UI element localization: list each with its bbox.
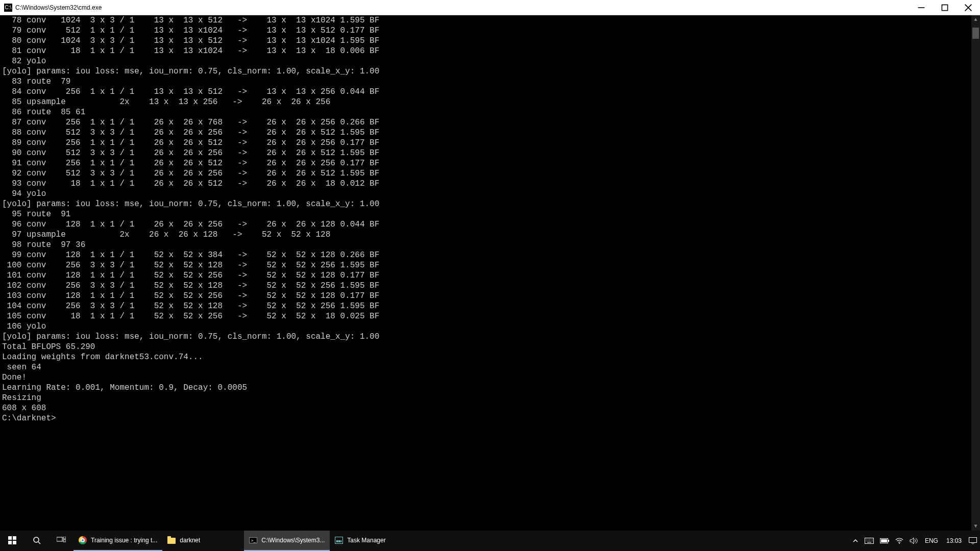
terminal-line: 87 conv 256 1 x 1 / 1 26 x 26 x 768 -> 2… — [2, 117, 978, 128]
close-button[interactable] — [957, 0, 980, 15]
terminal-line: 83 route 79 — [2, 77, 978, 87]
action-center-button[interactable] — [966, 531, 980, 551]
svg-rect-0 — [942, 5, 947, 10]
task-view-icon — [57, 537, 66, 544]
terminal-line: 105 conv 18 1 x 1 / 1 52 x 52 x 256 -> 5… — [2, 311, 978, 321]
folder-icon — [167, 538, 176, 544]
svg-rect-1 — [8, 536, 12, 540]
terminal-output[interactable]: 78 conv 1024 3 x 3 / 1 13 x 13 x 512 -> … — [0, 15, 980, 531]
svg-rect-3 — [8, 541, 12, 544]
terminal-line: 100 conv 256 3 x 3 / 1 52 x 52 x 128 -> … — [2, 260, 978, 270]
terminal-line: [yolo] params: iou loss: mse, iou_norm: … — [2, 199, 978, 209]
task-manager-icon — [335, 537, 343, 544]
taskbar-task-label: darknet — [180, 537, 200, 544]
svg-rect-12 — [881, 539, 887, 542]
terminal-line: 91 conv 256 1 x 1 / 1 26 x 26 x 512 -> 2… — [2, 158, 978, 168]
terminal-line: 84 conv 256 1 x 1 / 1 13 x 13 x 512 -> 1… — [2, 87, 978, 97]
search-button[interactable] — [24, 531, 49, 551]
tray-show-hidden-icons[interactable] — [849, 531, 862, 551]
window-controls — [910, 0, 980, 15]
terminal-line: [yolo] params: iou loss: mse, iou_norm: … — [2, 332, 978, 342]
tray-keyboard-icon[interactable] — [862, 531, 877, 551]
terminal-line: 95 route 91 — [2, 209, 978, 219]
cmd-icon: >_ — [249, 537, 257, 543]
terminal-line: 88 conv 512 3 x 3 / 1 26 x 26 x 256 -> 2… — [2, 128, 978, 138]
notification-icon — [969, 537, 977, 544]
start-button[interactable] — [0, 531, 24, 551]
terminal-line: Learning Rate: 0.001, Momentum: 0.9, Dec… — [2, 383, 978, 393]
taskbar-task-explorer[interactable]: darknet — [162, 531, 244, 551]
terminal-line: 93 conv 18 1 x 1 / 1 26 x 26 x 512 -> 26… — [2, 179, 978, 189]
taskbar-task-taskmgr[interactable]: Task Manager — [330, 531, 411, 551]
terminal-line: Total BFLOPS 65.290 — [2, 342, 978, 352]
terminal-line: [yolo] params: iou loss: mse, iou_norm: … — [2, 66, 978, 77]
svg-rect-11 — [888, 540, 889, 542]
terminal-line: 82 yolo — [2, 56, 978, 66]
battery-icon — [880, 538, 889, 543]
tray-battery-icon[interactable] — [877, 531, 892, 551]
terminal-line: 86 route 85 61 — [2, 107, 978, 117]
close-icon — [964, 4, 972, 12]
cmd-window-icon: C:\ — [4, 4, 12, 12]
taskbar-task-label: Task Manager — [347, 537, 385, 544]
maximize-icon — [941, 4, 949, 12]
terminal-line: 80 conv 1024 3 x 3 / 1 13 x 13 x 512 -> … — [2, 36, 978, 46]
terminal-line: 81 conv 18 1 x 1 / 1 13 x 13 x1024 -> 13… — [2, 46, 978, 56]
terminal-line: 104 conv 256 3 x 3 / 1 52 x 52 x 128 -> … — [2, 301, 978, 311]
maximize-button[interactable] — [933, 0, 957, 15]
terminal-line: 98 route 97 36 — [2, 240, 978, 250]
terminal-line: 102 conv 256 3 x 3 / 1 52 x 52 x 128 -> … — [2, 281, 978, 291]
terminal-line: 106 yolo — [2, 321, 978, 332]
language-indicator[interactable]: ENG — [921, 531, 942, 551]
terminal-line: 103 conv 128 1 x 1 / 1 52 x 52 x 256 -> … — [2, 291, 978, 301]
terminal-line: 79 conv 512 1 x 1 / 1 13 x 13 x1024 -> 1… — [2, 26, 978, 36]
svg-rect-8 — [63, 540, 66, 542]
terminal-line: 101 conv 128 1 x 1 / 1 52 x 52 x 256 -> … — [2, 270, 978, 281]
terminal-line: 94 yolo — [2, 189, 978, 199]
svg-point-5 — [34, 537, 39, 542]
terminal-line: Done! — [2, 372, 978, 383]
taskbar-task-cmd[interactable]: >_C:\Windows\System3... — [244, 531, 330, 551]
terminal-line: 99 conv 128 1 x 1 / 1 52 x 52 x 384 -> 5… — [2, 250, 978, 260]
vertical-scrollbar[interactable]: ▲ ▼ — [971, 15, 980, 531]
minimize-button[interactable] — [910, 0, 933, 15]
svg-point-13 — [899, 543, 900, 544]
scroll-up-button[interactable]: ▲ — [971, 15, 980, 24]
terminal-line: Loading weights from darknet53.conv.74..… — [2, 352, 978, 362]
terminal-line: 608 x 608 — [2, 403, 978, 413]
wifi-icon — [895, 538, 903, 544]
tray-volume-icon[interactable] — [906, 531, 921, 551]
terminal-line: 97 upsample 2x 26 x 26 x 128 -> 52 x 52 … — [2, 230, 978, 240]
taskbar-task-label: Training issue : trying t... — [91, 537, 157, 544]
clock[interactable]: 13:03 — [942, 531, 966, 551]
search-icon — [33, 536, 41, 544]
svg-rect-6 — [57, 537, 62, 541]
terminal-line: 78 conv 1024 3 x 3 / 1 13 x 13 x 512 -> … — [2, 15, 978, 26]
window-title: C:\Windows\System32\cmd.exe — [15, 4, 910, 11]
terminal-line: 96 conv 128 1 x 1 / 1 26 x 26 x 256 -> 2… — [2, 219, 978, 230]
chrome-icon — [79, 536, 87, 544]
terminal-line: 90 conv 512 3 x 3 / 1 26 x 26 x 256 -> 2… — [2, 148, 978, 158]
terminal-line: Resizing — [2, 393, 978, 403]
taskbar-task-label: C:\Windows\System3... — [261, 537, 325, 544]
task-view-button[interactable] — [49, 531, 74, 551]
svg-rect-14 — [969, 538, 977, 543]
terminal-line: seen 64 — [2, 362, 978, 372]
svg-rect-4 — [13, 541, 16, 544]
tray-wifi-icon[interactable] — [892, 531, 906, 551]
terminal-line: C:\darknet> — [2, 413, 978, 423]
terminal-line: 92 conv 512 3 x 3 / 1 26 x 26 x 256 -> 2… — [2, 168, 978, 179]
keyboard-icon — [865, 538, 874, 544]
taskbar-task-chrome[interactable]: Training issue : trying t... — [74, 531, 162, 551]
svg-rect-2 — [13, 536, 16, 540]
taskbar: Training issue : trying t...darknet>_C:\… — [0, 531, 980, 551]
chevron-up-icon — [852, 538, 859, 544]
scroll-down-button[interactable]: ▼ — [971, 522, 980, 531]
window-titlebar[interactable]: C:\ C:\Windows\System32\cmd.exe — [0, 0, 980, 15]
minimize-icon — [917, 4, 925, 12]
scrollbar-thumb[interactable] — [972, 28, 979, 39]
windows-logo-icon — [8, 536, 16, 544]
terminal-line: 85 upsample 2x 13 x 13 x 256 -> 26 x 26 … — [2, 97, 978, 107]
svg-rect-7 — [63, 537, 66, 539]
terminal-line: 89 conv 256 1 x 1 / 1 26 x 26 x 512 -> 2… — [2, 138, 978, 148]
